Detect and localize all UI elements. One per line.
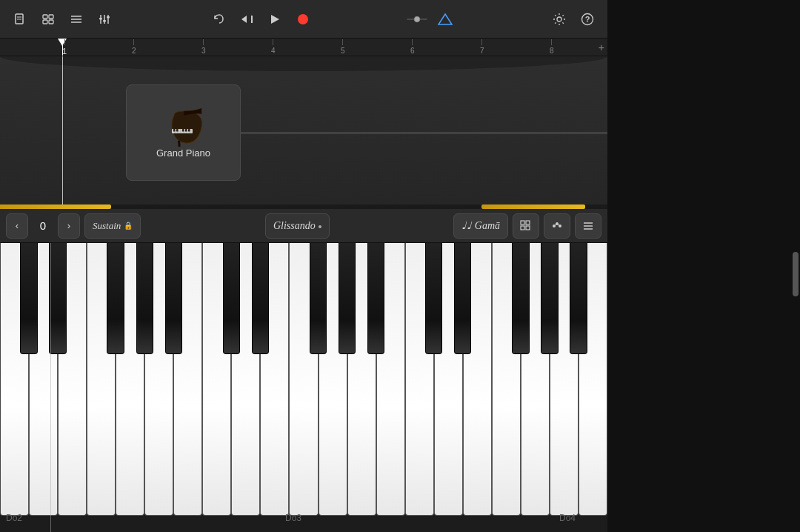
playhead — [62, 39, 63, 56]
svg-rect-42 — [526, 226, 530, 230]
black-key-19[interactable] — [570, 243, 587, 354]
ruler-mark-3: 3 — [201, 39, 206, 55]
add-track-button[interactable]: + — [599, 41, 604, 53]
gama-label: ♩♩ Gamā — [461, 219, 500, 232]
keyboard-area: Do2 Do3 Do4 — [0, 243, 607, 532]
svg-rect-34 — [173, 129, 176, 132]
indicator-right — [481, 205, 585, 209]
svg-marker-22 — [439, 14, 452, 24]
black-key-4[interactable] — [136, 243, 153, 354]
play-button[interactable] — [264, 8, 286, 30]
black-key-18[interactable] — [541, 243, 558, 354]
gama-button[interactable]: ♩♩ Gamā — [453, 213, 508, 239]
svg-text:?: ? — [585, 15, 590, 24]
more-icon — [581, 219, 595, 233]
black-key-8[interactable] — [252, 243, 269, 354]
grand-piano-icon — [159, 107, 207, 147]
app: ? 1 2 3 4 5 6 — [0, 0, 800, 532]
rewind-button[interactable] — [236, 8, 258, 30]
toolbar: ? — [0, 0, 607, 39]
keyboard-playhead — [50, 243, 51, 532]
wave-decoration — [0, 56, 607, 71]
sustain-button[interactable]: Sustain 🔒 — [84, 213, 141, 239]
svg-rect-17 — [251, 16, 253, 23]
help-button[interactable]: ? — [576, 8, 599, 30]
svg-rect-6 — [49, 20, 53, 24]
black-key-7[interactable] — [223, 243, 240, 354]
svg-rect-40 — [526, 221, 530, 225]
right-panel — [607, 0, 800, 532]
prev-icon: ‹ — [16, 220, 19, 231]
svg-marker-16 — [241, 16, 247, 23]
ruler-mark-5: 5 — [341, 39, 345, 55]
track-playhead — [62, 56, 63, 205]
sustain-label: Sustain — [93, 220, 121, 232]
grid-icon — [519, 219, 533, 233]
indicator-left — [0, 205, 111, 209]
prev-button[interactable]: ‹ — [6, 213, 28, 239]
ruler-mark-6: 6 — [410, 39, 415, 55]
black-key-12[interactable] — [367, 243, 384, 354]
ruler-mark-7: 7 — [480, 39, 484, 55]
toolbar-settings: ? — [548, 8, 599, 30]
list-button[interactable] — [65, 8, 87, 30]
ruler-mark-4: 4 — [271, 39, 276, 55]
arpeggio-icon — [550, 219, 564, 233]
lock-icon: 🔒 — [124, 222, 133, 230]
next-icon: › — [67, 220, 70, 231]
black-key-17[interactable] — [512, 243, 529, 354]
black-key-10[interactable] — [310, 243, 327, 354]
svg-rect-39 — [521, 221, 524, 225]
black-key-0[interactable] — [20, 243, 37, 354]
next-button[interactable]: › — [58, 213, 80, 239]
svg-point-19 — [298, 14, 308, 24]
black-key-5[interactable] — [165, 243, 182, 354]
toolbar-left — [9, 8, 116, 30]
timeline-ruler[interactable]: 1 2 3 4 5 6 7 8 + — [0, 39, 607, 56]
arpeggio-button[interactable] — [544, 213, 570, 239]
undo-button[interactable] — [207, 8, 230, 30]
svg-marker-18 — [271, 15, 279, 24]
settings-button[interactable] — [548, 8, 570, 30]
svg-rect-37 — [185, 129, 187, 132]
toolbar-right-controls — [406, 8, 456, 30]
black-key-3[interactable] — [107, 243, 124, 354]
track-name-label: Grand Piano — [156, 147, 210, 159]
svg-point-21 — [414, 16, 420, 22]
svg-rect-5 — [43, 20, 47, 24]
svg-point-23 — [557, 17, 561, 21]
view-button[interactable] — [37, 8, 59, 30]
octave-number: 0 — [33, 219, 53, 232]
record-button[interactable] — [292, 8, 314, 30]
ruler-mark-8: 8 — [550, 39, 554, 55]
glissando-dot — [319, 225, 321, 228]
controls-bar: ‹ 0 › Sustain 🔒 Glissando ♩♩ Gamā — [0, 209, 607, 243]
svg-rect-15 — [107, 16, 110, 19]
svg-rect-38 — [188, 129, 190, 132]
svg-rect-36 — [182, 129, 184, 132]
mixer-button[interactable] — [93, 8, 116, 30]
more-button[interactable] — [575, 213, 601, 239]
black-key-1[interactable] — [49, 243, 66, 354]
svg-rect-35 — [176, 129, 179, 132]
main-pane: ? 1 2 3 4 5 6 — [0, 0, 607, 532]
ruler-mark-2: 2 — [132, 39, 136, 55]
black-key-11[interactable] — [339, 243, 356, 354]
volume-button[interactable] — [406, 8, 428, 30]
glissando-label: Glissando — [273, 220, 316, 232]
svg-rect-4 — [49, 15, 53, 19]
toolbar-center — [207, 8, 314, 30]
scrollbar[interactable] — [793, 252, 799, 296]
smart-button[interactable] — [434, 8, 456, 30]
grid-button[interactable] — [513, 213, 539, 239]
track-content-line — [241, 133, 607, 133]
track-area[interactable]: Grand Piano — [0, 56, 607, 205]
new-button[interactable] — [9, 8, 31, 30]
track-indicator-bar — [0, 205, 607, 209]
svg-rect-13 — [99, 18, 102, 20]
glissando-button[interactable]: Glissando — [265, 213, 330, 239]
black-key-15[interactable] — [454, 243, 471, 354]
grand-piano-track[interactable]: Grand Piano — [126, 84, 241, 181]
black-key-14[interactable] — [425, 243, 442, 354]
svg-rect-14 — [103, 20, 106, 22]
